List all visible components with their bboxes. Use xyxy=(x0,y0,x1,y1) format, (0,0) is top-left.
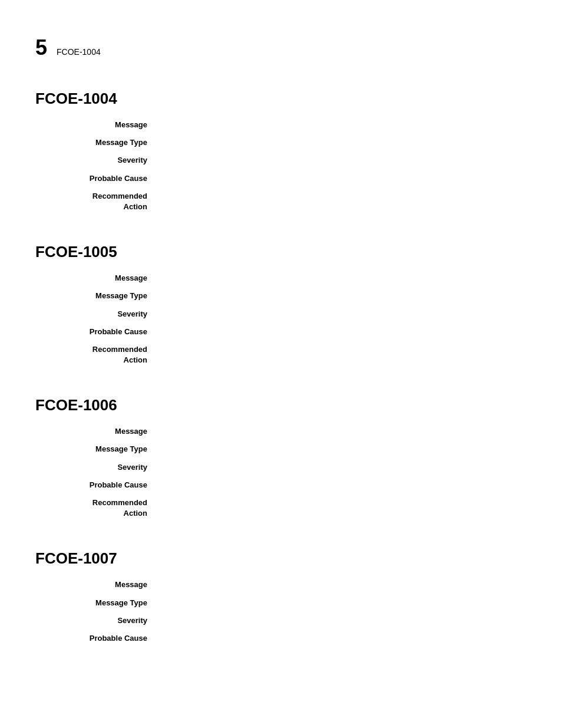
field-value xyxy=(159,344,527,365)
field-value xyxy=(159,309,527,319)
section-title-fcoe-1007: FCOE-1007 xyxy=(35,549,527,568)
field-label: Message Type xyxy=(35,444,159,454)
field-label: Severity xyxy=(35,309,159,319)
field-value xyxy=(159,598,527,608)
field-row: Message Type xyxy=(35,598,527,608)
field-value xyxy=(159,273,527,284)
field-label: Message xyxy=(35,273,159,284)
field-label: Probable Cause xyxy=(35,480,159,490)
field-label: Message Type xyxy=(35,598,159,608)
field-label: Message xyxy=(35,579,159,590)
field-label: Message Type xyxy=(35,137,159,148)
field-label: Severity xyxy=(35,615,159,626)
field-row: Severity xyxy=(35,462,527,473)
field-label: Probable Cause xyxy=(35,633,159,644)
section-title-fcoe-1004: FCOE-1004 xyxy=(35,90,527,108)
field-value xyxy=(159,155,527,166)
field-row: Probable Cause xyxy=(35,173,527,184)
field-row: Probable Cause xyxy=(35,327,527,337)
section-fcoe-1004: FCOE-1004MessageMessage TypeSeverityProb… xyxy=(0,78,562,225)
field-value xyxy=(159,327,527,337)
page-number: 5 xyxy=(35,35,47,60)
field-value xyxy=(159,462,527,473)
field-row: Probable Cause xyxy=(35,633,527,644)
field-label: RecommendedAction xyxy=(35,498,159,519)
field-label: RecommendedAction xyxy=(35,344,159,365)
section-title-fcoe-1006: FCOE-1006 xyxy=(35,396,527,414)
section-fcoe-1005: FCOE-1005MessageMessage TypeSeverityProb… xyxy=(0,231,562,378)
field-row: Message Type xyxy=(35,137,527,148)
field-row: RecommendedAction xyxy=(35,191,527,212)
field-value xyxy=(159,426,527,437)
field-row: Message Type xyxy=(35,291,527,301)
field-value xyxy=(159,633,527,644)
field-value xyxy=(159,173,527,184)
field-label: Probable Cause xyxy=(35,327,159,337)
field-label: Message xyxy=(35,426,159,437)
field-row: RecommendedAction xyxy=(35,498,527,519)
field-label: RecommendedAction xyxy=(35,191,159,212)
field-row: Probable Cause xyxy=(35,480,527,490)
section-fcoe-1006: FCOE-1006MessageMessage TypeSeverityProb… xyxy=(0,384,562,532)
field-value xyxy=(159,291,527,301)
field-row: Message xyxy=(35,120,527,130)
field-row: Message xyxy=(35,273,527,284)
section-fcoe-1007: FCOE-1007MessageMessage TypeSeverityProb… xyxy=(0,538,562,657)
field-label: Severity xyxy=(35,155,159,166)
field-row: RecommendedAction xyxy=(35,344,527,365)
field-value xyxy=(159,120,527,130)
field-value xyxy=(159,480,527,490)
field-value xyxy=(159,498,527,519)
field-value xyxy=(159,615,527,626)
field-label: Message xyxy=(35,120,159,130)
field-label: Probable Cause xyxy=(35,173,159,184)
field-value xyxy=(159,579,527,590)
page-code: FCOE-1004 xyxy=(57,47,101,57)
field-value xyxy=(159,137,527,148)
field-row: Severity xyxy=(35,615,527,626)
field-row: Message xyxy=(35,426,527,437)
field-value xyxy=(159,444,527,454)
field-row: Severity xyxy=(35,309,527,319)
field-row: Severity xyxy=(35,155,527,166)
field-value xyxy=(159,191,527,212)
section-title-fcoe-1005: FCOE-1005 xyxy=(35,243,527,261)
field-label: Message Type xyxy=(35,291,159,301)
page-header: 5 FCOE-1004 xyxy=(0,24,562,78)
field-label: Severity xyxy=(35,462,159,473)
field-row: Message xyxy=(35,579,527,590)
field-row: Message Type xyxy=(35,444,527,454)
